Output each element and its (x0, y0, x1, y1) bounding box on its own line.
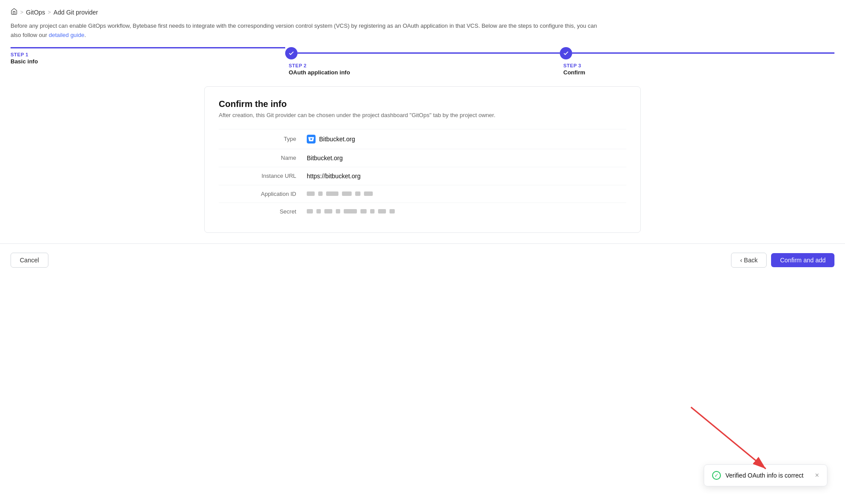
step-1-num: STEP 1 (11, 52, 38, 57)
step-3: STEP 3 Confirm (560, 47, 834, 76)
back-button[interactable]: ‹ Back (731, 253, 767, 268)
field-app-id: Application ID (219, 185, 626, 202)
masked-4 (342, 191, 352, 196)
toast-message: Verified OAuth info is correct (725, 472, 803, 479)
masked-s9 (389, 209, 395, 213)
masked-s3 (324, 209, 332, 213)
detailed-guide-link[interactable]: detailed guide (49, 32, 84, 38)
masked-3 (326, 191, 338, 196)
toast-close-button[interactable]: × (815, 471, 819, 479)
cancel-button[interactable]: Cancel (11, 253, 48, 268)
toast-notification: ✓ Verified OAuth info is correct × (704, 464, 827, 486)
chevron-left-icon: ‹ (740, 257, 742, 264)
step-2-check (285, 47, 298, 59)
breadcrumb-current: Add Git provider (54, 9, 98, 16)
field-instance-url-value: https://bitbucket.org (307, 173, 360, 180)
masked-s2 (316, 209, 321, 213)
confirm-card: Confirm the info After creation, this Gi… (204, 86, 641, 233)
footer-right: ‹ Back Confirm and add (731, 253, 834, 268)
breadcrumb-sep-1: > (20, 9, 23, 15)
field-secret-label: Secret (219, 208, 307, 215)
footer-actions: Cancel ‹ Back Confirm and add (0, 243, 845, 276)
masked-s6 (360, 209, 367, 213)
field-app-id-label: Application ID (219, 191, 307, 197)
toast-check-icon: ✓ (712, 471, 721, 480)
step-1-title: Basic info (11, 58, 38, 65)
confirm-card-title: Confirm the info (219, 99, 626, 109)
masked-s8 (378, 209, 386, 213)
field-type: Type Bitbucket.org (219, 129, 626, 149)
field-instance-url: Instance URL https://bitbucket.org (219, 167, 626, 185)
masked-1 (307, 191, 315, 196)
masked-s4 (336, 209, 340, 213)
masked-6 (364, 191, 373, 196)
step-3-title: Confirm (563, 69, 585, 76)
step-3-check (560, 47, 572, 59)
confirm-card-container: Confirm the info After creation, this Gi… (194, 86, 651, 233)
field-name: Name Bitbucket.org (219, 149, 626, 167)
bitbucket-icon (307, 135, 316, 143)
step-2: STEP 2 OAuth application info (285, 47, 560, 76)
field-type-label: Type (219, 136, 307, 142)
masked-s1 (307, 209, 313, 213)
breadcrumb: > GitOps > Add Git provider (0, 0, 845, 22)
masked-5 (355, 191, 360, 196)
field-type-value: Bitbucket.org (307, 135, 355, 143)
svg-line-1 (691, 407, 766, 469)
masked-s7 (370, 209, 375, 213)
step-2-title: OAuth application info (289, 69, 350, 76)
field-secret: Secret (219, 202, 626, 220)
stepper: STEP 1 Basic info STEP 2 OAuth applicati… (0, 47, 845, 76)
masked-s5 (344, 209, 357, 213)
field-secret-value (307, 209, 395, 213)
step-3-num: STEP 3 (563, 63, 585, 68)
confirm-add-button[interactable]: Confirm and add (771, 253, 834, 267)
field-app-id-value (307, 191, 373, 196)
masked-2 (318, 191, 323, 196)
field-name-label: Name (219, 155, 307, 161)
field-instance-url-label: Instance URL (219, 173, 307, 179)
breadcrumb-sep-2: > (48, 9, 51, 15)
page-description: Before any project can enable GitOps wor… (0, 22, 616, 47)
field-name-value: Bitbucket.org (307, 155, 343, 162)
step-2-num: STEP 2 (289, 63, 350, 68)
step-1: STEP 1 Basic info (11, 47, 285, 65)
home-icon[interactable] (11, 8, 18, 16)
breadcrumb-gitops[interactable]: GitOps (26, 9, 45, 16)
confirm-card-subtitle: After creation, this Git provider can be… (219, 112, 626, 118)
